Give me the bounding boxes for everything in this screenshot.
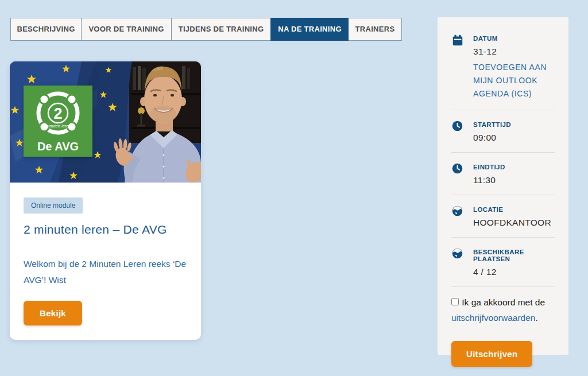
course-description: Welkom bij de 2 Minuten Leren reeks ‘De … [24,256,187,288]
location-section: LOCATIE HOOFDKANTOOR [451,196,555,236]
unsubscribe-terms-link[interactable]: uitschrijfvoorwaarden [451,313,535,323]
section-label: STARTTIJD [473,119,511,128]
date-value: 31-12 [473,46,555,57]
logo-title: De AVG [37,140,79,153]
clock-icon [451,119,464,143]
agreement-suffix: . [535,313,537,323]
agree-checkbox[interactable] [451,298,459,305]
unsubscribe-button[interactable]: Uitschrijven [451,341,532,367]
calendar-icon [451,33,464,100]
section-label: LOCATIE [473,204,551,213]
divider [451,195,555,195]
tab-na-de-training[interactable]: NA DE TRAINING [270,18,349,41]
view-course-button[interactable]: Bekijk [24,301,82,325]
course-title: 2 minuten leren – De AVG [24,223,187,237]
divider [451,237,555,238]
course-card: 2 minuten leren De AVG Online module 2 m… [10,61,201,340]
course-type-badge: Online module [24,197,83,214]
agreement-row: Ik ga akkoord met de uitschrijfvoorwaard… [451,295,555,325]
tab-tijdens-de-training[interactable]: TIJDENS DE TRAINING [171,18,270,40]
divider [451,152,555,153]
training-tab-bar: BESCHRIJVING VOOR DE TRAINING TIJDENS DE… [10,18,402,41]
add-to-outlook-link[interactable]: TOEVOEGEN AAN MIJN OUTLOOK AGENDA (ICS) [473,61,555,100]
section-label: EINDTIJD [473,162,505,170]
tab-beschrijving[interactable]: BESCHRIJVING [11,18,81,40]
clock-icon [451,162,464,185]
event-details-panel: DATUM 31-12 TOEVOEGEN AAN MIJN OUTLOOK A… [438,17,568,355]
globe-icon [451,204,464,228]
agreement-text: Ik ga akkoord met de [462,297,545,307]
course-card-body: Online module 2 minuten leren – De AVG W… [10,183,201,339]
start-time-value: 09:00 [473,133,511,143]
start-time-section: STARTTIJD 09:00 [451,111,555,151]
divider [451,110,555,110]
globe-icon [451,247,464,277]
section-label: DATUM [473,33,555,42]
course-logo: 2 minuten leren De AVG [24,86,92,157]
available-seats-value: 4 / 12 [473,267,555,277]
available-seats-section: BESCHIKBARE PLAATSEN 4 / 12 [451,239,555,285]
divider [451,286,555,287]
logo-number: 2 [53,105,62,122]
logo-subtext: minuten leren [45,123,71,129]
date-section: DATUM 31-12 TOEVOEGEN AAN MIJN OUTLOOK A… [451,33,555,108]
course-image: 2 minuten leren De AVG [10,61,201,183]
location-value: HOOFDKANTOOR [473,218,551,228]
end-time-value: 11:30 [473,175,505,185]
tab-trainers[interactable]: TRAINERS [349,18,401,40]
end-time-section: EINDTIJD 11:30 [451,154,555,193]
section-label: BESCHIKBARE PLAATSEN [473,247,555,262]
tab-voor-de-training[interactable]: VOOR DE TRAINING [81,18,171,40]
